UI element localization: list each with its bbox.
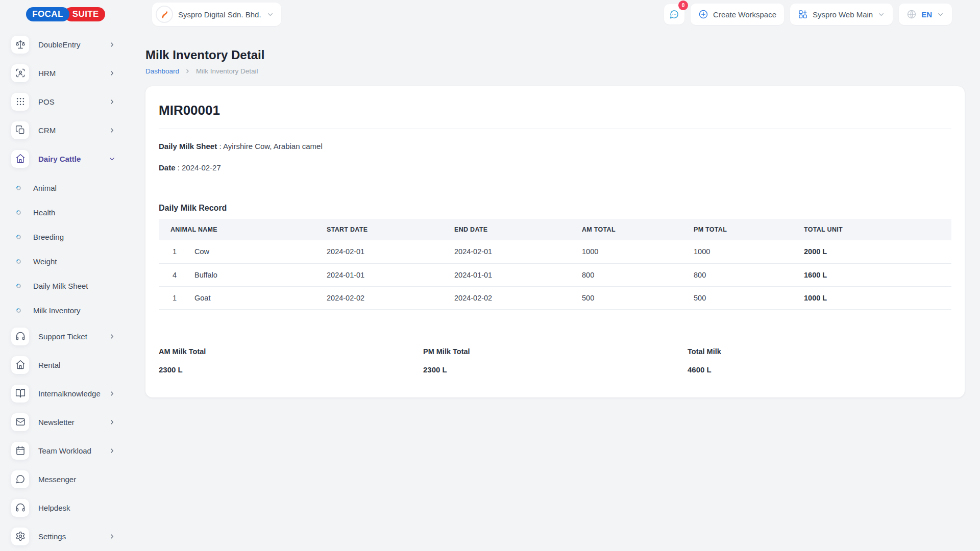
sidebar-item-label: Helpdesk [38,504,70,512]
breadcrumb-separator-icon [184,68,191,74]
cell-total-unit: 1000 L [804,286,951,309]
organization-selector[interactable]: Syspro Digital Sdn. Bhd. [152,3,281,26]
breadcrumb-dashboard-link[interactable]: Dashboard [145,67,179,75]
sidebar-subitem-weight[interactable]: Weight [11,249,131,273]
globe-icon [906,9,917,19]
cell-am-total: 800 [582,263,694,286]
sidebar-subitem-label: Weight [33,257,57,266]
sidebar-item-label: Internalknowledge [38,389,101,398]
sidebar-item-label: Settings [38,532,66,541]
chevron-down-icon [266,11,274,18]
chevron-right-icon [108,390,116,397]
col-header-total-unit: TOTAL UNIT [804,219,951,240]
chat-button[interactable]: 0 [664,4,684,24]
daily-milk-sheet-line: Daily Milk Sheet : Ayirshire Cow, Arabia… [159,142,951,151]
cell-qty: 1 [159,286,194,309]
sidebar-item-pos[interactable]: POS [11,90,131,113]
sidebar-item-internalknowledge[interactable]: Internalknowledge [11,382,131,405]
sidebar-item-support-ticket[interactable]: Support Ticket [11,324,131,348]
cell-animal-name: Goat [194,286,327,309]
create-workspace-button[interactable]: Create Workspace [691,4,784,25]
app-logo: FOCAL SUITE [0,7,131,21]
chevron-right-icon [108,127,116,134]
sidebar-item-label: Team Workload [38,446,91,455]
sidebar-item-hrm[interactable]: HRM [11,61,131,85]
sidebar-subitem-label: Milk Inventory [33,306,81,315]
col-header-pm-total: PM TOTAL [694,219,804,240]
cell-pm-total: 1000 [694,240,804,263]
workspace-selector[interactable]: Syspro Web Main [790,4,893,25]
main-content: Milk Inventory Detail Dashboard Milk Inv… [131,29,980,551]
sidebar-item-crm[interactable]: CRM [11,118,131,142]
sidebar-item-rental[interactable]: Rental [11,353,131,377]
grid-plus-icon [798,9,808,19]
sidebar-item-label: HRM [38,69,56,78]
sidebar-item-dairy-cattle[interactable]: Dairy Cattle [11,147,131,170]
sidebar-subitem-milk-inventory[interactable]: Milk Inventory [11,298,131,322]
pm-milk-total-value: 2300 L [423,365,688,374]
total-milk-value: 4600 L [688,365,951,374]
book-icon [11,385,29,403]
sidebar-item-team-workload[interactable]: Team Workload [11,439,131,462]
create-workspace-label: Create Workspace [713,10,776,19]
sidebar-item-label: Messenger [38,475,76,484]
headset-icon [11,328,29,345]
headset-icon [11,499,29,517]
cell-qty: 1 [159,240,194,263]
cell-end-date: 2024-01-01 [454,263,582,286]
sidebar: DoubleEntry HRM POS CRM Dairy Cattle Ani… [0,29,131,551]
col-header-start-date: START DATE [327,219,454,240]
col-header-animal-name: ANIMAL NAME [159,219,327,240]
sidebar-item-label: Dairy Cattle [38,155,81,163]
sidebar-item-label: Newsletter [38,418,75,427]
chat-bubble-icon [11,470,29,488]
cell-am-total: 500 [582,286,694,309]
sidebar-item-helpdesk[interactable]: Helpdesk [11,496,131,519]
sidebar-item-settings[interactable]: Settings [11,524,131,548]
squares-icon [11,121,29,139]
user-scan-icon [11,64,29,82]
organization-name: Syspro Digital Sdn. Bhd. [178,10,261,19]
sidebar-item-messenger[interactable]: Messenger [11,467,131,491]
cell-pm-total: 800 [694,263,804,286]
table-row: 1 Goat 2024-02-02 2024-02-02 500 500 100… [159,286,951,309]
chevron-right-icon [108,447,116,455]
top-bar: FOCAL SUITE Syspro Digital Sdn. Bhd. 0 C… [0,0,980,29]
sidebar-item-doubleentry[interactable]: DoubleEntry [11,33,131,56]
bullet-icon [15,234,22,240]
sidebar-subitem-breeding[interactable]: Breeding [11,224,131,249]
daily-milk-sheet-value: : Ayirshire Cow, Arabian camel [219,142,322,151]
breadcrumb: Dashboard Milk Inventory Detail [145,67,965,75]
cell-start-date: 2024-02-01 [327,240,454,263]
date-line: Date : 2024-02-27 [159,163,951,172]
record-code: MIR00001 [159,103,951,118]
cell-am-total: 1000 [582,240,694,263]
language-selector[interactable]: EN [899,4,952,25]
chevron-right-icon [108,98,116,106]
sidebar-subitem-animal[interactable]: Animal [11,176,131,200]
sidebar-item-label: Rental [38,361,60,369]
sidebar-subitem-label: Animal [33,184,57,192]
sidebar-item-label: CRM [38,126,56,135]
bullet-icon [15,307,22,314]
cell-pm-total: 500 [694,286,804,309]
cell-start-date: 2024-01-01 [327,263,454,286]
cell-qty: 4 [159,263,194,286]
gear-icon [11,528,29,545]
cell-end-date: 2024-02-02 [454,286,582,309]
cell-end-date: 2024-02-01 [454,240,582,263]
chat-badge: 0 [678,1,688,10]
sidebar-subitem-daily-milk-sheet[interactable]: Daily Milk Sheet [11,273,131,298]
sidebar-subitem-health[interactable]: Health [11,200,131,224]
table-row: 1 Cow 2024-02-01 2024-02-01 1000 1000 20… [159,240,951,263]
totals-summary: AM Milk Total 2300 L PM Milk Total 2300 … [159,347,951,374]
sidebar-item-newsletter[interactable]: Newsletter [11,410,131,434]
pm-milk-total-label: PM Milk Total [423,347,688,356]
logo-suite: SUITE [64,7,105,21]
language-code: EN [921,10,932,19]
divider [159,129,951,129]
am-milk-total-block: AM Milk Total 2300 L [159,347,423,374]
mail-icon [11,413,29,431]
bullet-icon [15,258,22,265]
date-label: Date [159,163,176,172]
